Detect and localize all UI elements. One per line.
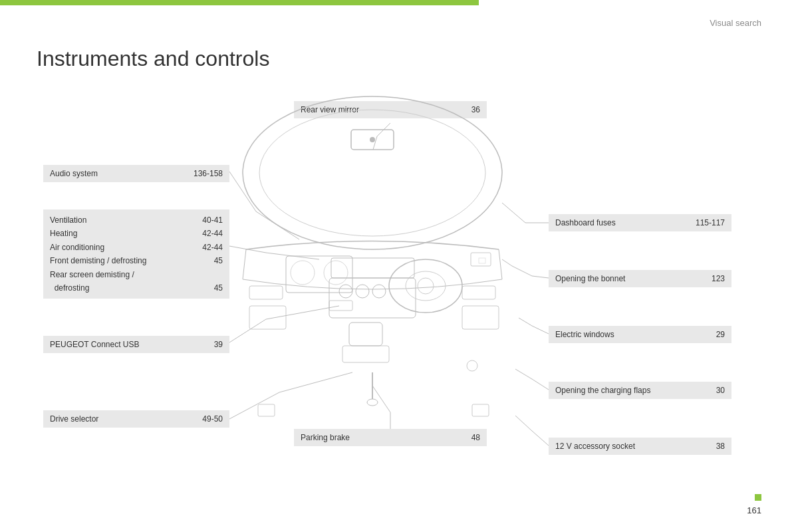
- svg-rect-25: [258, 404, 275, 416]
- label-text: Audio system: [50, 169, 98, 178]
- svg-point-11: [356, 285, 369, 298]
- svg-point-15: [370, 137, 375, 142]
- svg-rect-19: [342, 346, 389, 362]
- svg-point-8: [324, 261, 348, 285]
- svg-rect-24: [472, 404, 489, 416]
- label-text: Drive selector: [50, 414, 98, 424]
- label-page: 115-117: [696, 218, 725, 227]
- label-text: Dashboard fuses: [555, 218, 616, 227]
- svg-line-48: [532, 379, 549, 390]
- svg-rect-16: [249, 286, 283, 299]
- visual-search-label: Visual search: [710, 18, 761, 28]
- label-text: 12 V accessory socket: [555, 442, 635, 451]
- label-parking-brake: Parking brake 48: [294, 429, 487, 446]
- page-number: 161: [747, 505, 761, 515]
- svg-rect-18: [329, 301, 352, 311]
- label-dashboard-fuses: Dashboard fuses 115-117: [549, 214, 732, 231]
- label-text: Electric windows: [555, 330, 614, 339]
- svg-rect-6: [286, 256, 352, 293]
- label-peugeot-usb: PEUGEOT Connect USB 39: [43, 336, 229, 353]
- svg-point-26: [467, 360, 477, 371]
- top-bar: [0, 0, 479, 5]
- label-text: Parking brake: [301, 433, 350, 442]
- svg-point-0: [243, 96, 502, 249]
- svg-point-10: [339, 285, 352, 298]
- svg-point-21: [367, 399, 378, 406]
- label-page: 49-50: [202, 414, 223, 424]
- svg-line-47: [519, 318, 532, 326]
- label-text: PEUGEOT Connect USB: [50, 340, 140, 349]
- svg-point-4: [406, 271, 446, 301]
- label-charging-flaps: Opening the charging flaps 30: [549, 382, 732, 399]
- label-text: Opening the charging flaps: [555, 386, 650, 395]
- svg-line-46: [532, 326, 549, 334]
- page-title: Instruments and controls: [37, 47, 269, 71]
- label-page: 29: [716, 330, 725, 339]
- svg-rect-28: [479, 258, 485, 263]
- car-diagram: [226, 93, 519, 426]
- label-ventilation-group: Ventilation40-41 Heating42-44 Air condit…: [43, 209, 229, 299]
- svg-rect-22: [249, 306, 286, 329]
- svg-point-12: [372, 285, 386, 298]
- label-page: 123: [712, 274, 725, 283]
- svg-rect-2: [329, 278, 416, 318]
- label-opening-bonnet: Opening the bonnet 123: [549, 270, 732, 287]
- svg-rect-23: [462, 306, 499, 329]
- svg-point-5: [418, 278, 434, 294]
- svg-rect-9: [331, 258, 414, 278]
- label-electric-windows: Electric windows 29: [549, 326, 732, 343]
- label-page: 48: [471, 433, 480, 442]
- svg-point-7: [291, 261, 315, 285]
- label-page: 30: [716, 386, 725, 395]
- label-page: 38: [716, 442, 725, 451]
- svg-point-1: [259, 110, 485, 236]
- label-audio-system: Audio system 136-158: [43, 165, 229, 182]
- label-page: 136-158: [194, 169, 223, 178]
- svg-rect-27: [471, 253, 491, 266]
- green-square-decoration: [755, 494, 761, 501]
- label-accessory-socket: 12 V accessory socket 38: [549, 438, 732, 455]
- label-page: 39: [214, 340, 223, 349]
- svg-line-50: [532, 431, 549, 446]
- label-text: Opening the bonnet: [555, 274, 625, 283]
- label-drive-selector: Drive selector 49-50: [43, 410, 229, 428]
- svg-rect-13: [349, 323, 382, 346]
- svg-rect-17: [462, 286, 495, 299]
- svg-point-3: [389, 259, 462, 313]
- svg-line-43: [532, 276, 549, 278]
